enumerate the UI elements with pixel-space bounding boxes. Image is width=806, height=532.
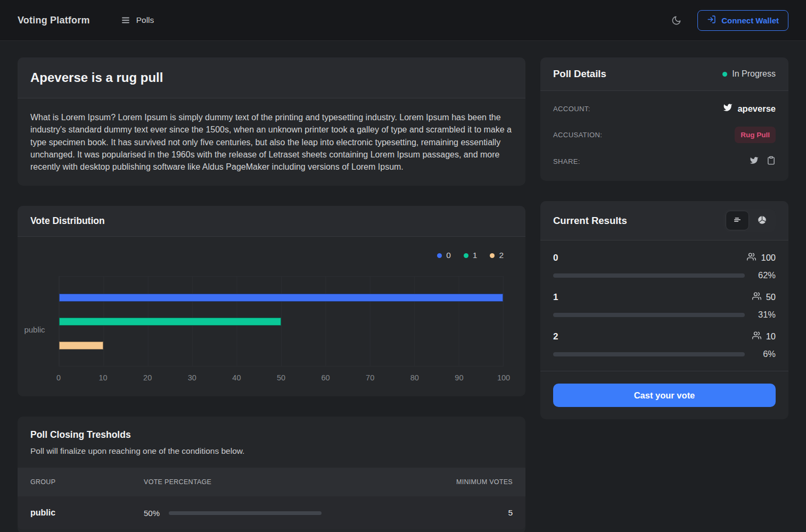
connect-wallet-button[interactable]: Connect Wallet (697, 10, 788, 31)
poll-title: Apeverse is a rug pull (30, 68, 163, 87)
login-icon (707, 15, 716, 26)
twitter-icon (723, 103, 733, 114)
nav-item-polls[interactable]: Polls (121, 15, 154, 25)
legend-label: 2 (499, 251, 504, 260)
x-axis-tick: 0 (56, 373, 61, 382)
x-axis-tick: 20 (143, 373, 152, 382)
results-view-toggle (723, 209, 776, 232)
threshold-minimum-votes-value: 5 (508, 508, 513, 517)
legend-item[interactable]: 2 (490, 251, 504, 260)
option-progress-bar (553, 273, 745, 278)
column-header-group: GROUP (30, 478, 144, 486)
option-label: 0 (553, 253, 558, 263)
chart-plot-area (59, 276, 504, 367)
connect-wallet-label: Connect Wallet (721, 16, 779, 25)
top-navbar: Voting Platform Polls Connect Wallet (0, 0, 806, 41)
cast-your-vote-button[interactable]: Cast your vote (553, 384, 776, 407)
option-vote-count: 100 (761, 253, 776, 263)
thresholds-table-header: GROUP VOTE PERCENTAGE MINIMUM VOTES (18, 468, 525, 496)
account-link[interactable]: apeverse (723, 103, 776, 114)
copy-link-clipboard-icon[interactable] (767, 156, 776, 167)
current-results-card: Current Results (540, 201, 788, 419)
chart-bar-1 (59, 318, 281, 326)
option-percent: 62% (752, 270, 776, 280)
result-option-row: 1 50 31% (553, 292, 776, 320)
chart-y-category-label: public (24, 325, 45, 334)
bar-list-icon (733, 215, 742, 226)
poll-details-title: Poll Details (553, 68, 606, 80)
x-axis-tick: 50 (277, 373, 285, 382)
right-column: Poll Details In Progress ACCOUNT: apever… (540, 57, 788, 419)
chart-bar-0 (59, 294, 503, 302)
option-vote-count: 10 (766, 331, 776, 342)
nav-item-label: Polls (136, 15, 154, 25)
vote-distribution-title: Vote Distribution (30, 215, 105, 227)
pie-chart-icon (757, 215, 767, 227)
option-percent: 31% (752, 310, 776, 320)
legend-item[interactable]: 1 (464, 251, 478, 260)
legend-label: 0 (446, 251, 451, 260)
poll-summary-card: Apeverse is a rug pull What is Lorem Ips… (18, 57, 525, 186)
threshold-percentage-value: 50% (144, 509, 160, 518)
detail-row-accusation: ACCUSATION: Rug Pull (553, 127, 776, 143)
account-value: apeverse (737, 104, 776, 114)
result-option-row: 2 10 6% (553, 331, 776, 359)
vote-distribution-card: Vote Distribution 012 public 01020304050… (18, 206, 525, 396)
legend-dot (490, 253, 495, 258)
option-progress-bar (553, 352, 745, 356)
x-axis-tick: 100 (497, 373, 510, 382)
x-axis-tick: 40 (232, 373, 241, 382)
pie-view-button[interactable] (750, 211, 774, 230)
x-axis-tick: 60 (322, 373, 330, 382)
account-label: ACCOUNT: (553, 105, 590, 113)
threshold-progress-bar (169, 511, 322, 515)
thresholds-title: Poll Closing Tresholds (30, 429, 513, 440)
users-icon (752, 331, 761, 342)
x-axis-tick: 90 (455, 373, 463, 382)
result-option-row: 0 100 62% (553, 252, 776, 280)
status-dot (722, 72, 727, 77)
detail-row-share: SHARE: (553, 155, 776, 167)
app-title: Voting Platform (18, 15, 90, 26)
theme-toggle-moon-icon[interactable] (671, 15, 681, 26)
left-column: Apeverse is a rug pull What is Lorem Ips… (18, 57, 525, 532)
chart-x-axis: 0102030405060708090100 (59, 367, 504, 383)
x-axis-tick: 70 (366, 373, 374, 382)
chart-bar-2 (59, 342, 103, 350)
status-badge: In Progress (722, 69, 776, 79)
vote-distribution-chart: 012 public 0102030405060708090100 (18, 237, 525, 396)
accusation-badge: Rug Pull (735, 127, 776, 143)
poll-closing-thresholds-card: Poll Closing Tresholds Poll will finaliz… (18, 417, 525, 532)
option-progress-bar (553, 313, 745, 317)
list-icon (121, 15, 130, 25)
detail-row-account: ACCOUNT: apeverse (553, 103, 776, 114)
option-percent: 6% (752, 349, 776, 359)
current-results-title: Current Results (553, 215, 627, 227)
status-text: In Progress (732, 69, 776, 79)
x-axis-tick: 30 (188, 373, 196, 382)
users-icon (747, 252, 756, 263)
thresholds-table-row: public 50% 5 (18, 496, 525, 529)
poll-description: What is Lorem Ipsum? Lorem Ipsum is simp… (18, 98, 525, 186)
legend-dot (464, 253, 468, 258)
legend-dot (437, 253, 442, 258)
legend-label: 1 (473, 251, 478, 260)
column-header-minimum-votes: MINIMUM VOTES (438, 478, 513, 486)
option-vote-count: 50 (766, 292, 776, 302)
option-label: 1 (553, 292, 558, 303)
x-axis-tick: 80 (410, 373, 419, 382)
bar-view-button[interactable] (726, 211, 749, 230)
accusation-label: ACCUSATION: (553, 131, 602, 139)
share-label: SHARE: (553, 157, 580, 165)
column-header-vote-percentage: VOTE PERCENTAGE (144, 478, 438, 486)
thresholds-subtitle: Poll will finalize upon reaching one of … (30, 446, 513, 456)
chart-legend: 012 (18, 251, 504, 260)
x-axis-tick: 10 (99, 373, 108, 382)
legend-item[interactable]: 0 (437, 251, 451, 260)
poll-details-card: Poll Details In Progress ACCOUNT: apever… (540, 57, 788, 181)
threshold-group-value: public (30, 508, 55, 517)
option-label: 2 (553, 331, 558, 342)
share-twitter-icon[interactable] (750, 156, 759, 167)
users-icon (752, 292, 761, 303)
